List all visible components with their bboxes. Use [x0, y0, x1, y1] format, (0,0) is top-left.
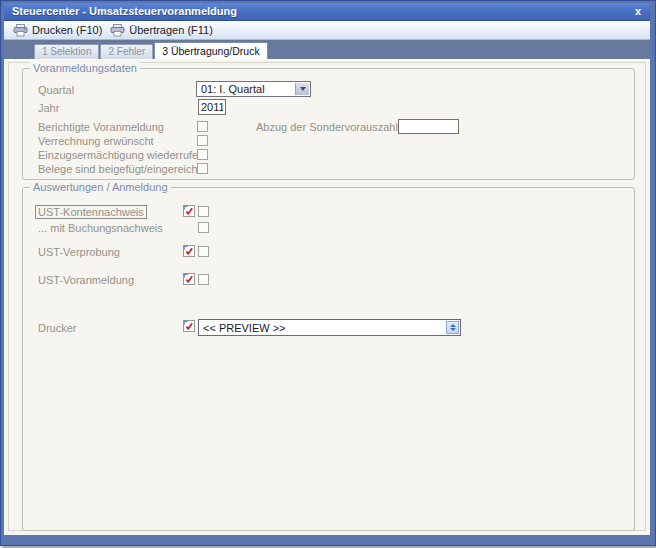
einzugsermaechtigung-checkbox[interactable] [197, 149, 208, 160]
einzugsermaechtigung-label: Einzugsermächtigung wiederrufen [38, 149, 204, 161]
drucker-select-value: << PREVIEW >> [203, 322, 444, 335]
group-voranmeldungsdaten-title: Voranmeldungsdaten [30, 62, 140, 74]
print-check-icon[interactable] [183, 320, 195, 332]
quartal-label: Quartal [38, 84, 74, 96]
belege-beigefuegt-label: Belege sind beigefügt/eingereicht [38, 163, 201, 175]
uebertragen-button[interactable]: Übertragen (F11) [107, 23, 218, 38]
berichtigte-voranmeldung-checkbox[interactable] [197, 121, 208, 132]
print-check-icon[interactable] [183, 273, 195, 285]
tab-fehler[interactable]: 2 Fehler [100, 44, 153, 59]
drucken-button[interactable]: Drucken (F10) [10, 23, 107, 38]
printer-icon [13, 24, 29, 37]
ust-verprobung-label: UST-Verprobung [38, 246, 120, 258]
ust-verprobung-checkbox[interactable] [198, 246, 209, 257]
printer-transfer-icon [110, 24, 126, 37]
mit-buchungsnachweis-checkbox[interactable] [198, 222, 209, 233]
screen: Steuercenter - Umsatzsteuervoranmeldung … [0, 0, 656, 548]
uebertragen-button-label: Übertragen (F11) [129, 24, 213, 36]
group-auswertungen: Auswertungen / Anmeldung UST-Kontennachw… [22, 187, 635, 531]
quartal-select[interactable]: 01: I. Quartal [196, 81, 311, 97]
verrechnung-erwuenscht-checkbox[interactable] [197, 135, 208, 146]
berichtigte-voranmeldung-label: Berichtigte Voranmeldung [38, 121, 164, 133]
jahr-input[interactable] [198, 99, 226, 115]
mit-buchungsnachweis-label: ... mit Buchungsnachweis [38, 222, 163, 234]
ust-kontennachweis-checkbox[interactable] [198, 206, 209, 217]
verrechnung-erwuenscht-label: Verrechnung erwünscht [38, 135, 154, 147]
abzug-sondervorauszahlung-label: Abzug der Sondervorauszahlung [256, 121, 416, 133]
tab-band: 1 Selektion 2 Fehler 3 Übertragung/Druck [4, 40, 650, 59]
toolbar: Drucken (F10) Übertragen (F11) [4, 21, 650, 40]
ust-voranmeldung-label: UST-Voranmeldung [38, 274, 134, 286]
tab-uebertragung-druck[interactable]: 3 Übertragung/Druck [154, 42, 267, 59]
print-check-icon[interactable] [183, 245, 195, 257]
app-window: Steuercenter - Umsatzsteuervoranmeldung … [0, 0, 656, 546]
ust-kontennachweis-label: UST-Kontennachweis [35, 205, 147, 219]
quartal-select-value: 01: I. Quartal [201, 83, 294, 96]
jahr-label: Jahr [38, 102, 59, 114]
ust-voranmeldung-checkbox[interactable] [198, 274, 209, 285]
close-icon[interactable]: x [635, 4, 641, 18]
tab-page: Voranmeldungsdaten Quartal 01: I. Quarta… [4, 59, 650, 535]
drucken-button-label: Drucken (F10) [32, 24, 102, 36]
tab-strip: 1 Selektion 2 Fehler 3 Übertragung/Druck [34, 42, 269, 59]
window-title: Steuercenter - Umsatzsteuervoranmeldung [12, 5, 237, 17]
group-voranmeldungsdaten: Voranmeldungsdaten Quartal 01: I. Quarta… [22, 68, 635, 180]
titlebar[interactable]: Steuercenter - Umsatzsteuervoranmeldung … [4, 3, 650, 21]
tab-selektion[interactable]: 1 Selektion [34, 44, 99, 59]
abzug-sondervorauszahlung-input[interactable] [398, 119, 459, 134]
group-auswertungen-title: Auswertungen / Anmeldung [30, 181, 171, 193]
print-check-icon[interactable] [183, 205, 195, 217]
belege-beigefuegt-checkbox[interactable] [197, 163, 208, 174]
spinner-updown-icon[interactable] [446, 321, 459, 334]
drucker-select[interactable]: << PREVIEW >> [198, 319, 461, 336]
drucker-label: Drucker [38, 322, 77, 334]
chevron-down-icon[interactable] [295, 83, 309, 95]
